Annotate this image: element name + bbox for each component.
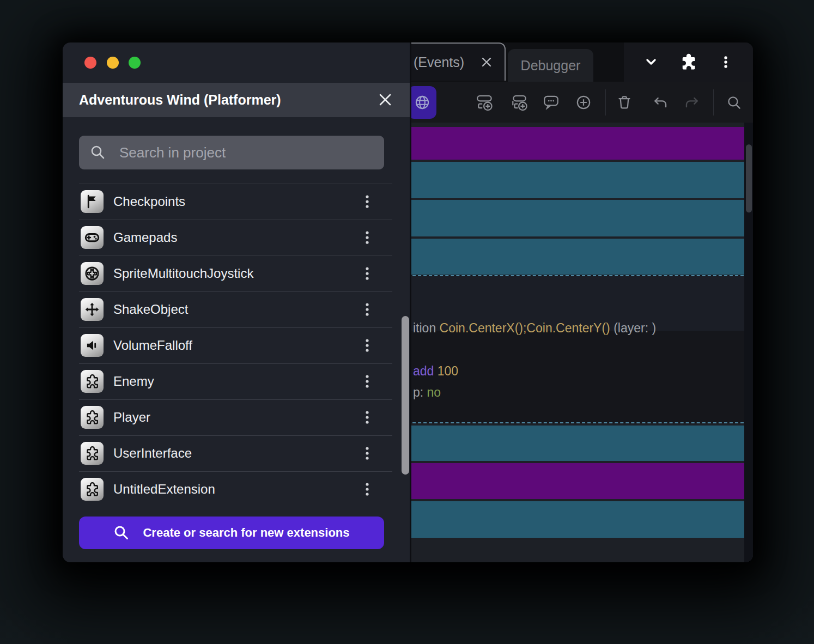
- add-event-icon[interactable]: [476, 93, 494, 112]
- dialog-header: Adventurous Wind (Platformer): [63, 83, 410, 117]
- item-icon-tile: [81, 298, 104, 321]
- item-icon-tile: [81, 442, 104, 465]
- app-window: (Events) Debugger: [63, 42, 753, 562]
- event-action-text: add 100: [413, 364, 458, 382]
- code-fragment: ition: [413, 321, 440, 335]
- puzzle-icon: [84, 374, 100, 390]
- close-tab-icon[interactable]: [481, 56, 493, 68]
- item-icon-tile: [81, 334, 104, 357]
- item-label: UntitledExtension: [113, 482, 215, 497]
- minimize-window-button[interactable]: [107, 57, 119, 69]
- project-items-list: Checkpoints Gamepads: [63, 184, 410, 507]
- create-search-extensions-button[interactable]: Create or search for new extensions: [79, 517, 384, 549]
- extensions-puzzle-icon[interactable]: [679, 52, 698, 72]
- item-menu-icon[interactable]: [363, 408, 372, 427]
- item-label: UserInterface: [113, 446, 192, 461]
- joystick-icon: [84, 265, 100, 282]
- project-search-field[interactable]: [79, 136, 384, 169]
- item-icon-tile: [81, 226, 104, 249]
- tab-events-label: (Events): [414, 54, 464, 70]
- search-icon: [113, 525, 130, 541]
- item-label: Enemy: [113, 374, 154, 389]
- redo-icon[interactable]: [682, 93, 701, 112]
- list-item-shakeobject[interactable]: ShakeObject: [63, 291, 410, 327]
- search-input[interactable]: [118, 144, 373, 162]
- trash-icon[interactable]: [615, 93, 634, 112]
- item-icon-tile: [81, 478, 104, 501]
- list-item-volumefalloff[interactable]: VolumeFalloff: [63, 327, 410, 363]
- item-menu-icon[interactable]: [363, 372, 372, 391]
- item-label: ShakeObject: [113, 302, 188, 317]
- search-icon: [90, 144, 106, 161]
- flag-icon: [84, 194, 100, 209]
- toolbar-divider: [605, 89, 606, 116]
- puzzle-icon: [84, 446, 100, 461]
- list-item-player[interactable]: Player: [63, 399, 410, 435]
- code-fragment: p:: [413, 385, 427, 399]
- item-label: Player: [113, 410, 150, 425]
- desktop-background: (Events) Debugger: [0, 0, 814, 644]
- window-titlebar: [63, 42, 410, 83]
- event-action-text: ition Coin.CenterX();Coin.CenterY() (lay…: [413, 321, 656, 339]
- close-window-button[interactable]: [84, 57, 96, 69]
- toolbar-divider: [713, 89, 714, 116]
- chevron-down-icon[interactable]: [642, 53, 660, 71]
- item-menu-icon[interactable]: [363, 228, 372, 247]
- events-scrollbar-track[interactable]: [744, 123, 753, 562]
- list-item-untitledextension[interactable]: UntitledExtension: [63, 471, 410, 507]
- dialog-scrollbar-thumb[interactable]: [402, 316, 409, 475]
- item-menu-icon[interactable]: [363, 192, 372, 211]
- add-comment-icon[interactable]: [542, 93, 561, 112]
- item-icon-tile: [81, 406, 104, 429]
- item-label: SpriteMultitouchJoystick: [113, 266, 253, 281]
- event-action-text: p: no: [413, 385, 441, 404]
- puzzle-icon: [84, 410, 100, 426]
- code-fragment: add: [413, 364, 438, 378]
- move-arrows-icon: [84, 302, 100, 317]
- gamepad-icon: [84, 229, 100, 246]
- item-menu-icon[interactable]: [363, 443, 372, 463]
- code-fragment: (layer: ): [610, 321, 656, 335]
- puzzle-icon: [84, 482, 100, 497]
- events-scrollbar-thumb[interactable]: [746, 144, 752, 212]
- list-item-checkpoints[interactable]: Checkpoints: [63, 184, 410, 220]
- tab-debugger-label: Debugger: [521, 58, 581, 74]
- item-icon-tile: [81, 370, 104, 393]
- search-icon[interactable]: [725, 93, 743, 112]
- tab-debugger[interactable]: Debugger: [508, 49, 593, 82]
- item-menu-icon[interactable]: [363, 300, 372, 319]
- item-label: Gamepads: [113, 230, 177, 245]
- item-label: Checkpoints: [113, 194, 185, 209]
- add-subevent-icon[interactable]: [510, 93, 529, 112]
- code-fragment: 100: [438, 364, 458, 378]
- item-label: VolumeFalloff: [113, 338, 192, 353]
- project-manager-dialog: Adventurous Wind (Platformer): [63, 42, 410, 562]
- code-fragment: no: [427, 385, 441, 399]
- cta-label: Create or search for new extensions: [143, 526, 349, 540]
- close-dialog-icon[interactable]: [377, 92, 393, 108]
- speaker-icon: [84, 338, 100, 353]
- item-icon-tile: [81, 262, 104, 285]
- item-menu-icon[interactable]: [363, 336, 372, 355]
- globe-button[interactable]: [408, 86, 436, 119]
- globe-icon: [412, 93, 432, 112]
- add-circle-icon[interactable]: [574, 93, 593, 112]
- code-fragment: Coin.CenterX();Coin.CenterY(): [440, 321, 610, 335]
- list-item-spritemultitouchjoystick[interactable]: SpriteMultitouchJoystick: [63, 256, 410, 291]
- item-menu-icon[interactable]: [363, 479, 372, 499]
- zoom-window-button[interactable]: [129, 57, 141, 69]
- undo-icon[interactable]: [652, 93, 670, 112]
- item-icon-tile: [81, 190, 104, 213]
- dialog-title: Adventurous Wind (Platformer): [79, 92, 281, 108]
- list-item-userinterface[interactable]: UserInterface: [63, 435, 410, 471]
- more-vertical-icon[interactable]: [716, 53, 735, 71]
- item-menu-icon[interactable]: [363, 264, 372, 283]
- list-item-enemy[interactable]: Enemy: [63, 363, 410, 399]
- list-item-gamepads[interactable]: Gamepads: [63, 220, 410, 256]
- tabbar-controls: [624, 42, 753, 82]
